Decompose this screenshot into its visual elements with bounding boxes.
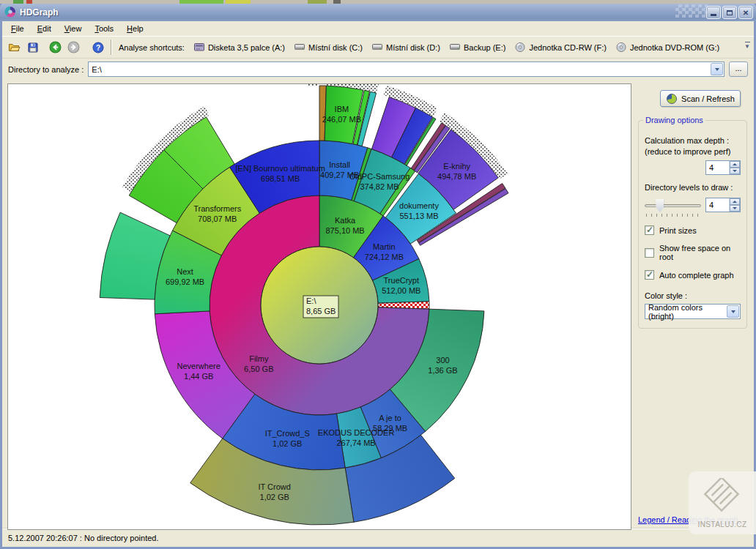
checkbox-label: Print sizes — [659, 226, 697, 235]
spin-down-icon[interactable] — [730, 168, 740, 174]
combo-dropdown-icon[interactable] — [727, 305, 739, 318]
drive-label: Backup (E:) — [464, 43, 505, 52]
combo-dropdown-icon[interactable] — [711, 63, 723, 75]
menu-view[interactable]: View — [58, 22, 89, 35]
svg-text:EKODUS DECODER: EKODUS DECODER — [318, 428, 395, 437]
svg-text:E:\: E:\ — [306, 296, 316, 305]
svg-text:Next: Next — [177, 267, 193, 276]
toolbar: ? Analyse shortcuts: Disketa 3,5 palce (… — [2, 37, 754, 59]
svg-text:Neverwhere: Neverwhere — [177, 362, 220, 370]
spin-up-icon[interactable] — [730, 161, 740, 168]
svg-text:1,36 GB: 1,36 GB — [428, 366, 457, 375]
svg-text:875,10 MB: 875,10 MB — [325, 226, 364, 235]
cd-icon — [514, 41, 526, 54]
drive-label: Disketa 3,5 palce (A:) — [208, 43, 285, 52]
status-bar: 5.12.2007 20:26:07 : No directory pointe… — [2, 528, 754, 547]
svg-text:708,07 MB: 708,07 MB — [198, 214, 237, 223]
svg-text:dokumenty: dokumenty — [399, 201, 439, 210]
checkbox-print-sizes[interactable] — [645, 225, 654, 235]
drive-shortcut-button[interactable]: Místní disk (C:) — [289, 40, 367, 56]
checkbox-label: Auto complete graph — [659, 271, 734, 280]
slider-thumb[interactable] — [656, 199, 664, 212]
directory-label: Directory to analyze : — [8, 65, 84, 74]
svg-text:A je to: A je to — [379, 414, 401, 422]
browse-button[interactable]: ... — [729, 61, 748, 77]
drive-shortcut-button[interactable]: Jednotka DVD-ROM (G:) — [611, 40, 724, 56]
status-text: 5.12.2007 20:26:07 : No directory pointe… — [8, 534, 158, 542]
help-icon[interactable]: ? — [89, 38, 107, 56]
menu-help[interactable]: Help — [120, 22, 150, 35]
checkbox-show-free-space-on-root[interactable] — [645, 248, 654, 258]
svg-text:6,50 GB: 6,50 GB — [244, 365, 273, 373]
svg-text:267,74 MB: 267,74 MB — [336, 438, 375, 447]
svg-text:IBM: IBM — [335, 105, 349, 113]
spin-down-icon[interactable] — [730, 205, 740, 212]
svg-text:1,44 GB: 1,44 GB — [184, 372, 213, 381]
drawing-options-title: Drawing options — [643, 116, 705, 124]
max-depth-stepper[interactable]: 4 — [705, 160, 741, 175]
svg-text:TrueCrypt: TrueCrypt — [384, 276, 420, 285]
max-depth-value[interactable]: 4 — [706, 161, 729, 174]
svg-text:Filmy: Filmy — [249, 354, 269, 363]
toolbar-separator — [111, 40, 112, 55]
restore-button[interactable] — [722, 6, 737, 19]
hdd-icon — [449, 41, 461, 54]
drive-label: Místní disk (D:) — [386, 43, 440, 52]
scan-refresh-button[interactable]: Scan / Refresh — [660, 90, 741, 107]
chart-panel: E:\ 8,65 GBKatka875,10 MBMartin724,12 MB… — [7, 83, 631, 530]
svg-text:699,92 MB: 699,92 MB — [166, 277, 204, 286]
back-icon[interactable] — [46, 38, 64, 56]
save-icon[interactable] — [23, 38, 42, 56]
menu-edit[interactable]: Edit — [31, 22, 58, 35]
cd-icon — [615, 41, 627, 54]
checkbox-auto-complete-graph[interactable] — [645, 270, 654, 280]
directory-bar: Directory to analyze : E:\ ... — [2, 59, 754, 80]
levels-value[interactable]: 4 — [706, 198, 729, 212]
scan-refresh-label: Scan / Refresh — [681, 94, 735, 103]
drive-shortcut-button[interactable]: Jednotka CD-RW (F:) — [510, 40, 611, 56]
spin-up-icon[interactable] — [730, 198, 740, 205]
svg-text:1,02 GB: 1,02 GB — [260, 493, 289, 501]
drive-label: Jednotka DVD-ROM (G:) — [630, 43, 719, 52]
toolbar-overflow-icon[interactable]: ▼ — [743, 42, 752, 49]
sunburst-chart[interactable]: E:\ 8,65 GBKatka875,10 MBMartin724,12 MB… — [8, 84, 631, 529]
svg-text:?: ? — [95, 43, 100, 51]
svg-text:Katka: Katka — [335, 216, 356, 225]
directory-value[interactable]: E:\ — [89, 65, 710, 74]
svg-text:1,02 GB: 1,02 GB — [273, 439, 302, 448]
watermark-checker — [675, 4, 708, 18]
hdd-icon — [371, 41, 383, 54]
directory-combobox[interactable]: E:\ — [88, 61, 724, 77]
svg-text:[EN] Bournovo ultimatum: [EN] Bournovo ultimatum — [236, 164, 325, 173]
open-folder-icon[interactable] — [5, 38, 23, 56]
window-title: HDGraph — [20, 7, 59, 18]
forward-icon[interactable] — [64, 38, 83, 56]
floppy-drive-icon — [193, 41, 205, 54]
levels-slider[interactable] — [645, 198, 701, 217]
app-icon — [4, 6, 16, 19]
menu-file[interactable]: File — [4, 22, 31, 35]
drive-label: Jednotka CD-RW (F:) — [529, 43, 607, 52]
svg-text:512,00 MB: 512,00 MB — [382, 286, 420, 295]
levels-stepper[interactable]: 4 — [705, 198, 741, 212]
legend-link[interactable]: Legend / Reading the graph... — [638, 515, 745, 524]
svg-text:246,07 MB: 246,07 MB — [322, 115, 361, 124]
svg-text:494,78 MB: 494,78 MB — [437, 172, 476, 181]
menu-tools[interactable]: Tools — [88, 22, 120, 35]
drive-shortcut-button[interactable]: Backup (E:) — [445, 40, 510, 56]
drive-label: Místní disk (C:) — [308, 43, 363, 52]
app-window: HDGraph ✕ FileEditViewToolsHelp — [0, 4, 756, 549]
svg-text:Transformers: Transformers — [193, 204, 241, 213]
title-bar[interactable]: HDGraph ✕ — [0, 4, 756, 21]
color-style-combobox[interactable]: Random colors (bright) — [645, 304, 741, 319]
pie-icon — [666, 93, 678, 105]
svg-text:Install: Install — [329, 160, 350, 169]
minimize-button[interactable] — [706, 6, 721, 19]
svg-text:IT Crowd: IT Crowd — [258, 482, 290, 491]
close-button[interactable]: ✕ — [738, 6, 753, 19]
drive-shortcut-button[interactable]: Místní disk (D:) — [367, 40, 445, 56]
drive-shortcut-button[interactable]: Disketa 3,5 palce (A:) — [189, 40, 289, 56]
color-style-value: Random colors (bright) — [645, 303, 726, 321]
menu-bar: FileEditViewToolsHelp — [2, 21, 754, 37]
color-style-label: Color style : — [645, 291, 741, 300]
